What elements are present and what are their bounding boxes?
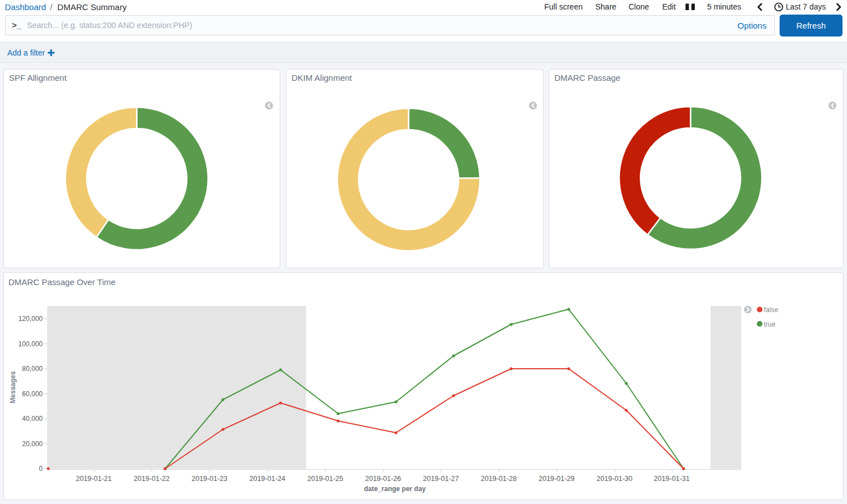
svg-text:date_range per day: date_range per day (364, 485, 426, 493)
svg-text:40,000: 40,000 (22, 415, 43, 423)
svg-text:true: true (764, 320, 776, 328)
svg-text:Messages: Messages (9, 371, 17, 404)
svg-text:2019-01-31: 2019-01-31 (654, 475, 690, 483)
svg-text:120,000: 120,000 (19, 315, 43, 323)
svg-text:2019-01-21: 2019-01-21 (76, 475, 112, 483)
svg-text:80,000: 80,000 (22, 365, 43, 373)
svg-text:0: 0 (39, 465, 43, 473)
svg-text:2019-01-27: 2019-01-27 (423, 475, 459, 483)
svg-text:2019-01-29: 2019-01-29 (539, 475, 575, 483)
svg-text:2019-01-26: 2019-01-26 (365, 475, 401, 483)
svg-text:60,000: 60,000 (22, 390, 43, 398)
svg-text:2019-01-22: 2019-01-22 (134, 475, 170, 483)
svg-text:20,000: 20,000 (22, 440, 43, 448)
svg-text:2019-01-23: 2019-01-23 (192, 475, 227, 483)
svg-text:2019-01-30: 2019-01-30 (596, 475, 632, 483)
svg-text:2019-01-25: 2019-01-25 (307, 475, 343, 483)
svg-text:100,000: 100,000 (19, 340, 43, 348)
svg-text:false: false (764, 306, 778, 314)
svg-text:2019-01-24: 2019-01-24 (249, 475, 285, 483)
svg-text:2019-01-28: 2019-01-28 (481, 475, 517, 483)
